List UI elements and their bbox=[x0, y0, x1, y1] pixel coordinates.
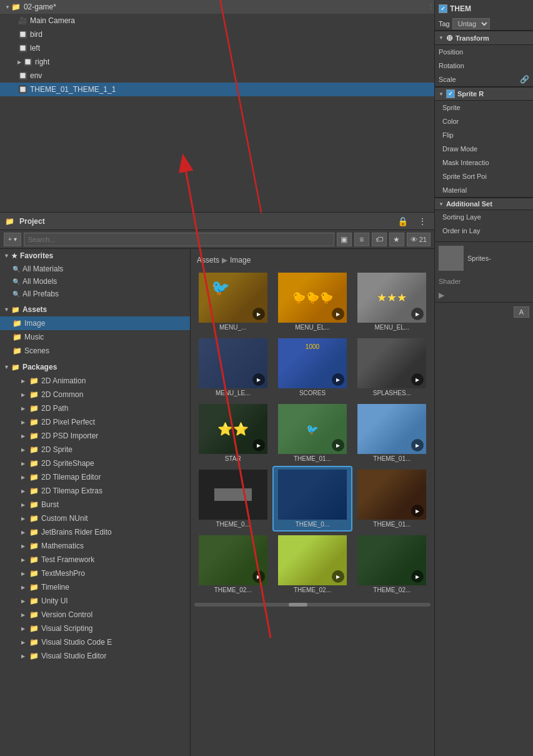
sprite-thumbnail[interactable] bbox=[439, 246, 464, 271]
file-item-theme0-blue[interactable]: THEME_0... bbox=[274, 467, 351, 530]
sidebar-pkg-2d-common[interactable]: ▶ 📁 2D Common bbox=[0, 388, 190, 401]
sidebar-item-music[interactable]: 📁 Music bbox=[0, 330, 190, 344]
star-decor: ⭐⭐ bbox=[217, 421, 249, 436]
assets-header[interactable]: ▼ 📁 Assets bbox=[0, 303, 190, 316]
sidebar-item-image[interactable]: 📁 Image bbox=[0, 316, 190, 330]
hierarchy-item-env[interactable]: 🔲 env bbox=[0, 69, 434, 83]
object-icon: 🔲 bbox=[17, 71, 27, 81]
play-icon: ▶ bbox=[252, 373, 265, 386]
file-item-theme02a[interactable]: ▶ THEME_02... bbox=[194, 533, 271, 596]
file-item-menu-el1[interactable]: 🐤🐤🐤 ▶ MENU_EL... bbox=[274, 270, 351, 333]
hierarchy-item-left[interactable]: 🔲 left bbox=[0, 41, 434, 55]
hierarchy-root[interactable]: ▼ 📁 02-game* ⋮ bbox=[0, 0, 434, 14]
breadcrumb-image[interactable]: Image bbox=[230, 256, 251, 265]
mask-interaction-label: Mask Interactio bbox=[442, 159, 529, 166]
star-filter-button[interactable]: ★ bbox=[389, 233, 404, 246]
icon-view-button[interactable]: ▣ bbox=[337, 233, 352, 246]
search-input[interactable] bbox=[24, 233, 334, 246]
file-item-star[interactable]: ⭐⭐ ▶ STAR bbox=[194, 401, 271, 465]
file-label: STAR bbox=[225, 455, 241, 462]
file-thumbnail: ▶ bbox=[357, 535, 426, 585]
file-item-scores[interactable]: 1000 ▶ SCORES bbox=[274, 336, 351, 399]
sidebar-pkg-unity-ui[interactable]: ▶ 📁 Unity UI bbox=[0, 594, 190, 608]
sidebar-pkg-2d-sprite[interactable]: ▶ 📁 2D Sprite bbox=[0, 443, 190, 456]
sidebar-pkg-visual-scripting[interactable]: ▶ 📁 Visual Scripting bbox=[0, 622, 190, 635]
file-item-theme01b[interactable]: ▶ THEME_01... bbox=[354, 401, 431, 465]
pkg-label: Visual Scripting bbox=[41, 624, 93, 633]
pkg-label: Visual Studio Code E bbox=[41, 638, 112, 647]
expand-icon: ▶ bbox=[21, 571, 27, 577]
hierarchy-item-label: left bbox=[30, 44, 40, 53]
component-active-checkbox[interactable]: ✓ bbox=[446, 89, 455, 98]
overflow-menu-icon[interactable]: ⋮ bbox=[427, 3, 434, 11]
tag-filter-button[interactable]: 🏷 bbox=[372, 233, 387, 246]
file-label: MENU_... bbox=[219, 324, 246, 331]
sprite-field-row: Sprite bbox=[435, 101, 533, 114]
sidebar-pkg-timeline[interactable]: ▶ 📁 Timeline bbox=[0, 580, 190, 594]
file-thumbnail: 1000 ▶ bbox=[278, 338, 347, 388]
sidebar-pkg-2d-spriteshape[interactable]: ▶ 📁 2D SpriteShape bbox=[0, 456, 190, 470]
sidebar-pkg-2d-psd-importer[interactable]: ▶ 📁 2D PSD Importer bbox=[0, 429, 190, 443]
pkg-label: Test Framework bbox=[41, 555, 94, 564]
color-label: Color bbox=[442, 118, 529, 125]
hierarchy-item-bird[interactable]: 🔲 bird bbox=[0, 28, 434, 41]
file-item-menu-el2[interactable]: ★★★ ▶ MENU_EL... bbox=[354, 270, 431, 333]
link-icon[interactable]: 🔗 bbox=[520, 75, 529, 84]
sidebar-pkg-textmeshpro[interactable]: ▶ 📁 TextMeshPro bbox=[0, 567, 190, 580]
sidebar-pkg-mathematics[interactable]: ▶ 📁 Mathematics bbox=[0, 539, 190, 553]
sidebar-item-all-models[interactable]: 🔍 All Models bbox=[0, 275, 190, 288]
transform-section-header[interactable]: ▼ ⊕ Transform bbox=[435, 31, 533, 45]
sidebar-pkg-2d-animation[interactable]: ▶ 📁 2D Animation bbox=[0, 374, 190, 388]
add-button[interactable]: + ▾ bbox=[4, 233, 21, 246]
file-item-menu[interactable]: 🐦 ▶ MENU_... bbox=[194, 270, 271, 333]
file-item-theme02b[interactable]: ▶ THEME_02... bbox=[274, 533, 351, 596]
sprite-renderer-section-header[interactable]: ▼ ✓ Sprite R bbox=[435, 87, 533, 101]
file-grid: 🐦 ▶ MENU_... 🐤🐤🐤 ▶ MENU_EL... ★★★ ▶ bbox=[194, 270, 431, 596]
sidebar-pkg-jetbrains[interactable]: ▶ 📁 JetBrains Rider Edito bbox=[0, 525, 190, 539]
sidebar-pkg-2d-tilemap-editor[interactable]: ▶ 📁 2D Tilemap Editor bbox=[0, 470, 190, 484]
sidebar-pkg-custom-nunit[interactable]: ▶ 📁 Custom NUnit bbox=[0, 512, 190, 525]
sidebar-pkg-version-control[interactable]: ▶ 📁 Version Control bbox=[0, 608, 190, 622]
file-item-theme01a[interactable]: 🐦 ▶ THEME_01... bbox=[274, 401, 351, 465]
scroll-track[interactable] bbox=[194, 603, 431, 607]
sidebar-item-all-prefabs[interactable]: 🔍 All Prefabs bbox=[0, 288, 190, 300]
sidebar-pkg-2d-pixel-perfect[interactable]: ▶ 📁 2D Pixel Perfect bbox=[0, 415, 190, 429]
sidebar-pkg-visual-studio-editor[interactable]: ▶ 📁 Visual Studio Editor bbox=[0, 649, 190, 663]
additional-set-label: Additional Set bbox=[446, 200, 492, 208]
file-item-theme02c[interactable]: ▶ THEME_02... bbox=[354, 533, 431, 596]
folder-icon: 📁 bbox=[29, 610, 39, 619]
sidebar-pkg-test-framework[interactable]: ▶ 📁 Test Framework bbox=[0, 553, 190, 567]
hierarchy-item-main-camera[interactable]: 🎥 Main Camera bbox=[0, 14, 434, 28]
apply-button[interactable]: A bbox=[514, 306, 529, 318]
sidebar-pkg-visual-studio-code[interactable]: ▶ 📁 Visual Studio Code E bbox=[0, 635, 190, 649]
section-collapse-arrow: ▼ bbox=[439, 91, 444, 97]
overflow-menu-button[interactable]: ⋮ bbox=[416, 215, 429, 228]
hierarchy-item-theme[interactable]: 🔲 THEME_01_THEME_1_1 bbox=[0, 83, 434, 96]
hierarchy-item-right[interactable]: ▶ 🔲 right bbox=[0, 55, 434, 69]
pkg-label: 2D Sprite bbox=[41, 445, 72, 454]
sidebar-pkg-burst[interactable]: ▶ 📁 Burst bbox=[0, 498, 190, 512]
sidebar-pkg-2d-path[interactable]: ▶ 📁 2D Path bbox=[0, 401, 190, 415]
file-item-theme01-brown[interactable]: ▶ THEME_01... bbox=[354, 467, 431, 530]
file-item-menu-le[interactable]: ▶ MENU_LE... bbox=[194, 336, 271, 399]
play-icon[interactable]: ▶ bbox=[439, 291, 444, 300]
lock-button[interactable]: 🔒 bbox=[395, 215, 411, 228]
scroll-thumb[interactable] bbox=[289, 603, 307, 607]
flip-field-row: Flip bbox=[435, 128, 533, 142]
inspector-object-label: THEM bbox=[450, 4, 471, 13]
favorites-header[interactable]: ▼ ★ Favorites bbox=[0, 249, 190, 263]
sidebar-item-scenes[interactable]: 📁 Scenes bbox=[0, 344, 190, 358]
list-view-button[interactable]: ≡ bbox=[354, 233, 369, 246]
project-content: ▼ ★ Favorites 🔍 All Materials 🔍 All Mode… bbox=[0, 249, 434, 756]
active-checkbox[interactable]: ✓ bbox=[439, 4, 447, 13]
tag-dropdown[interactable]: Untag bbox=[452, 18, 490, 29]
sidebar-item-all-materials[interactable]: 🔍 All Materials bbox=[0, 263, 190, 275]
additional-set-section-header[interactable]: ▼ Additional Set bbox=[435, 198, 533, 210]
packages-header[interactable]: ▼ 📁 Packages bbox=[0, 360, 190, 374]
file-item-theme0-dark[interactable]: THEME_0... bbox=[194, 467, 271, 530]
sidebar-pkg-2d-tilemap-extras[interactable]: ▶ 📁 2D Tilemap Extras bbox=[0, 484, 190, 498]
play-icon: ▶ bbox=[411, 439, 424, 451]
file-item-splashes[interactable]: ▶ SPLASHES... bbox=[354, 336, 431, 399]
breadcrumb-assets[interactable]: Assets bbox=[197, 256, 219, 265]
project-panel: 📁 Project 🔒 ⋮ + ▾ ▣ ≡ 🏷 ★ 👁 21 ▼ ★ Favor… bbox=[0, 213, 434, 756]
